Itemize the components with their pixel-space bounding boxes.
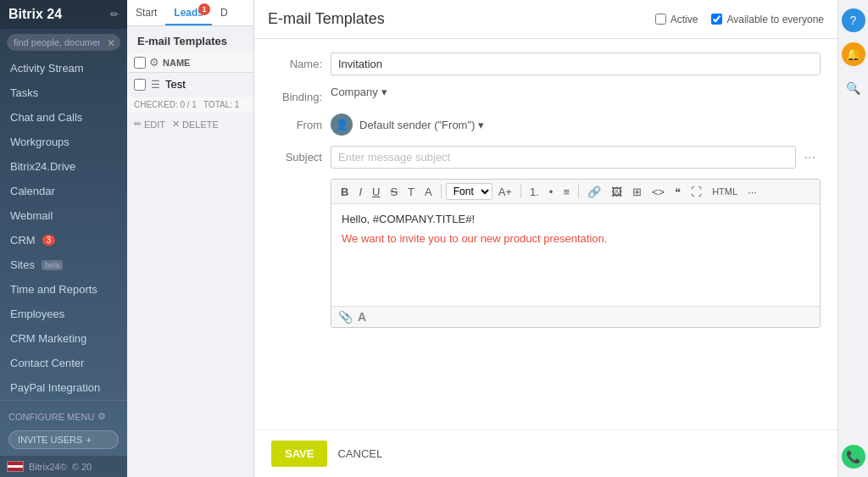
from-chevron-icon: ▾	[478, 119, 484, 131]
font-size-button[interactable]: A+	[494, 184, 516, 200]
save-button[interactable]: SAVE	[271, 441, 327, 467]
tab-start-label: Start	[136, 7, 157, 19]
editor-content[interactable]: Hello, #COMPANY.TITLE#! We want to invit…	[331, 204, 820, 306]
table-button[interactable]: ⊞	[628, 184, 646, 200]
name-column-header: NAME	[163, 58, 247, 68]
sidebar-item-label: Activity Stream	[10, 62, 84, 75]
name-control	[331, 53, 821, 75]
help-button[interactable]: ?	[842, 8, 865, 32]
form-actions: SAVE CANCEL	[254, 430, 837, 477]
phone-icon: 📞	[846, 450, 860, 463]
tab-start[interactable]: Start	[127, 0, 165, 25]
middle-toolbar: ⚙ NAME	[127, 53, 253, 73]
active-checkbox[interactable]	[655, 14, 666, 25]
edit-button[interactable]: ✏ EDIT	[134, 119, 165, 130]
name-input[interactable]	[331, 53, 821, 75]
sidebar-item-crm[interactable]: CRM 3	[0, 228, 127, 252]
attach-icon[interactable]: 📎	[338, 310, 353, 324]
tab-leads[interactable]: Leads 1	[165, 0, 212, 25]
fullscreen-button[interactable]: ⛶	[687, 184, 706, 200]
tab-d-label: D	[220, 7, 228, 19]
sender-avatar: 👤	[331, 114, 353, 136]
list-item[interactable]: ☰ Test	[127, 73, 253, 97]
active-label: Active	[670, 14, 698, 25]
image-button[interactable]: 🖼	[607, 184, 626, 200]
form-body: Name: Binding: Company ▾ From 👤	[254, 39, 837, 430]
available-checkbox[interactable]	[711, 14, 722, 25]
sidebar-item-label: CRM	[10, 234, 36, 247]
from-value: Default sender ("From")	[359, 119, 475, 131]
phone-button[interactable]: 📞	[842, 445, 865, 469]
sidebar-item-paypal[interactable]: PayPal Integration	[0, 375, 127, 400]
from-sender-text[interactable]: Default sender ("From") ▾	[359, 119, 484, 131]
sidebar-item-label: Calendar	[10, 185, 55, 197]
text-color-icon[interactable]: A	[358, 310, 366, 324]
name-label: Name:	[271, 53, 322, 70]
sidebar-search-input[interactable]	[7, 34, 120, 51]
toolbar-more-button[interactable]: ···	[743, 184, 761, 200]
sidebar-item-time-reports[interactable]: Time and Reports	[0, 277, 127, 302]
subject-input[interactable]	[331, 146, 796, 169]
sidebar-item-chat-calls[interactable]: Chat and Calls	[0, 105, 127, 130]
sidebar-item-drive[interactable]: Bitrix24.Drive	[0, 154, 127, 179]
main-panel: E-mail Templates Active Available to eve…	[254, 0, 837, 477]
item-checkbox[interactable]	[134, 79, 146, 91]
sites-beta-badge: beta	[42, 260, 64, 270]
sidebar-item-calendar[interactable]: Calendar	[0, 179, 127, 203]
middle-stats: CHECKED: 0 / 1 TOTAL: 1	[127, 97, 253, 114]
sidebar-footer: CONFIGURE MENU ⚙ INVITE USERS +	[0, 400, 127, 456]
sidebar-item-contact-center[interactable]: Contact Center	[0, 351, 127, 375]
search-clear-icon[interactable]: ✕	[107, 37, 115, 49]
link-button[interactable]: 🔗	[583, 184, 605, 200]
edit-icon[interactable]: ✏	[110, 8, 119, 20]
sidebar-item-activity-stream[interactable]: Activity Stream	[0, 56, 127, 80]
sidebar-item-crm-marketing[interactable]: CRM Marketing	[0, 326, 127, 351]
code-button[interactable]: <>	[648, 184, 669, 200]
subject-more-button[interactable]: ···	[799, 148, 821, 167]
item-label: Test	[165, 78, 186, 91]
configure-menu-button[interactable]: CONFIGURE MENU ⚙	[8, 408, 119, 425]
from-row: 👤 Default sender ("From") ▾	[331, 114, 821, 136]
crm-badge: 3	[42, 235, 56, 246]
italic-button[interactable]: I	[354, 184, 366, 200]
color-button[interactable]: A	[420, 184, 437, 200]
sidebar-item-webmail[interactable]: Webmail	[0, 203, 127, 228]
x-icon: ✕	[172, 119, 180, 130]
sidebar-item-sites[interactable]: Sites beta	[0, 252, 127, 277]
font-select[interactable]: Font	[446, 183, 492, 200]
typeface-button[interactable]: T	[403, 184, 419, 200]
indent-button[interactable]: ≡	[559, 184, 574, 200]
unordered-list-button[interactable]: •	[545, 184, 558, 200]
cancel-button[interactable]: CANCEL	[337, 447, 382, 460]
tab-d[interactable]: D	[212, 0, 236, 25]
delete-button[interactable]: ✕ DELETE	[172, 119, 219, 130]
notification-button[interactable]: 🔔	[842, 42, 865, 66]
chevron-down-icon: ▾	[381, 86, 387, 98]
strikethrough-button[interactable]: S	[386, 184, 402, 200]
flag-icon[interactable]	[7, 461, 24, 472]
available-checkbox-label[interactable]: Available to everyone	[711, 14, 824, 25]
configure-menu-label: CONFIGURE MENU	[8, 412, 94, 422]
active-checkbox-label[interactable]: Active	[655, 14, 698, 25]
list-settings-icon[interactable]: ⚙	[149, 56, 159, 69]
underline-button[interactable]: U	[368, 184, 384, 200]
sidebar-item-label: Employees	[10, 308, 64, 320]
middle-actions: ✏ EDIT ✕ DELETE	[127, 114, 253, 135]
binding-value: Company	[331, 86, 378, 98]
bold-button[interactable]: B	[337, 184, 353, 200]
search-button[interactable]: 🔍	[842, 76, 865, 100]
html-button[interactable]: HTML	[708, 185, 742, 198]
from-control: 👤 Default sender ("From") ▾	[331, 114, 821, 136]
form-row-from: From 👤 Default sender ("From") ▾	[271, 114, 821, 136]
sidebar-item-workgroups[interactable]: Workgroups	[0, 130, 127, 154]
editor-label	[271, 179, 322, 184]
binding-label: Binding:	[271, 86, 322, 103]
sidebar-item-tasks[interactable]: Tasks	[0, 80, 127, 105]
editor-hello-text: Hello, #COMPANY.TITLE#!	[342, 213, 810, 225]
select-all-checkbox[interactable]	[134, 57, 146, 69]
binding-select[interactable]: Company ▾	[331, 86, 821, 98]
invite-users-button[interactable]: INVITE USERS +	[8, 430, 119, 449]
sidebar-item-employees[interactable]: Employees	[0, 302, 127, 326]
quote-button[interactable]: ❝	[670, 184, 685, 200]
ordered-list-button[interactable]: 1.	[526, 184, 543, 200]
